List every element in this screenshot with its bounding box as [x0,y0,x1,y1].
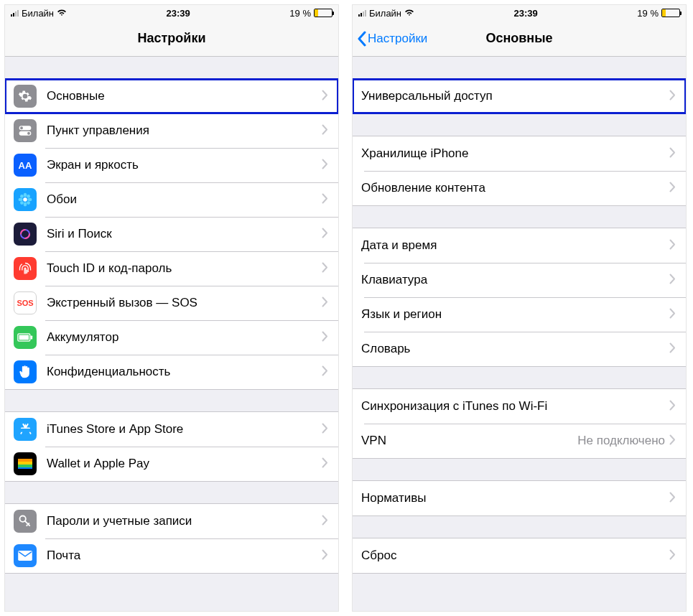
cell-battery[interactable]: Аккумулятор [5,320,338,355]
carrier-name: Билайн [22,8,54,19]
cell-sos[interactable]: SOS Экстренный вызов — SOS [5,286,338,320]
cell-reset[interactable]: Сброс [353,538,686,573]
cell-datetime[interactable]: Дата и время [353,228,686,263]
passwords-icon [14,510,37,533]
cell-label: Touch ID и код-пароль [47,261,322,276]
page-title: Настройки [138,31,206,46]
cell-label: iTunes Store и App Store [47,422,322,437]
svg-point-7 [19,198,23,201]
svg-point-6 [24,202,27,206]
display-icon: AA [14,154,37,177]
svg-point-4 [23,197,27,202]
cell-accessibility[interactable]: Универсальный доступ [353,79,686,113]
cell-label: Конфиденциальность [47,365,322,379]
cell-wallpaper[interactable]: Обои [5,182,338,217]
cell-privacy[interactable]: Конфиденциальность [5,355,338,389]
cell-label: Siri и Поиск [47,227,322,241]
cell-label: Словарь [361,342,669,356]
chevron-right-icon [669,182,676,195]
cell-storage[interactable]: Хранилище iPhone [353,136,686,171]
battery-icon [314,9,332,17]
cell-dictionary[interactable]: Словарь [353,332,686,366]
signal-icon [358,9,366,17]
chevron-right-icon [669,549,676,563]
chevron-right-icon [322,365,328,379]
chevron-right-icon [322,228,328,241]
siri-icon [14,223,37,246]
nav-bar: Настройки Основные [353,21,686,57]
cell-general[interactable]: Основные [5,79,338,113]
cell-detail: Не подключено [577,434,665,448]
cell-itunessync[interactable]: Синхронизация с iTunes по Wi-Fi [353,389,686,424]
chevron-right-icon [322,262,328,276]
cell-keyboard[interactable]: Клавиатура [353,263,686,297]
general-group: Универсальный доступ [353,78,686,114]
cell-wallet[interactable]: Wallet и Apple Pay [5,447,338,481]
settings-list[interactable]: Основные Пункт управления AA Экран и ярк… [5,57,338,611]
general-group: Хранилище iPhone Обновление контента [353,136,686,206]
chevron-right-icon [322,457,328,471]
battery-percentage: 19 % [637,8,659,19]
chevron-right-icon [669,274,676,287]
cell-label: Пункт управления [47,123,322,138]
back-button[interactable]: Настройки [357,31,427,47]
general-group: Дата и время Клавиатура Язык и регион Сл… [353,228,686,367]
cell-itunes[interactable]: iTunes Store и App Store [5,412,338,447]
battery-icon [14,326,37,349]
status-time: 23:39 [514,8,538,19]
general-group: Нормативы [353,480,686,516]
cell-label: Язык и регион [361,307,669,322]
wallet-icon [14,452,37,475]
svg-point-9 [20,195,24,198]
cell-display[interactable]: AA Экран и яркость [5,148,338,182]
cell-vpn[interactable]: VPN Не подключено [353,424,686,458]
cell-control[interactable]: Пункт управления [5,113,338,148]
cell-regulatory[interactable]: Нормативы [353,481,686,515]
cell-label: Нормативы [361,491,669,505]
cell-label: Wallet и Apple Pay [47,457,322,471]
status-bar: Билайн 23:39 19 % [353,5,686,21]
screen-settings-root: Билайн 23:39 19 % Настройки Основные Пун… [4,4,339,612]
cell-mail[interactable]: Почта [5,538,338,573]
privacy-icon [14,360,37,383]
chevron-right-icon [322,297,328,310]
wallpaper-icon [14,188,37,211]
settings-group: Основные Пункт управления AA Экран и ярк… [5,78,338,390]
general-icon [14,85,37,108]
cell-label: Универсальный доступ [361,89,669,103]
screen-general: Билайн 23:39 19 % Настройки Основные Уни… [352,4,687,612]
cell-label: Почта [47,549,322,563]
cell-siri[interactable]: Siri и Поиск [5,217,338,251]
cell-label: Экран и яркость [47,158,322,172]
svg-point-3 [27,132,30,135]
cell-langregion[interactable]: Язык и регион [353,297,686,332]
chevron-right-icon [322,423,328,437]
status-bar: Билайн 23:39 19 % [5,5,338,21]
nav-bar: Настройки [5,21,338,57]
chevron-right-icon [669,342,676,356]
svg-point-11 [20,201,24,205]
svg-point-10 [27,195,30,198]
cell-refresh[interactable]: Обновление контента [353,171,686,205]
cell-label: Сброс [361,549,669,563]
general-list[interactable]: Универсальный доступ Хранилище iPhone Об… [353,57,686,611]
cell-label: Клавиатура [361,273,669,287]
svg-point-1 [20,126,23,129]
svg-rect-22 [18,465,32,467]
svg-rect-18 [19,335,29,340]
chevron-right-icon [669,239,676,253]
control-icon [14,119,37,142]
chevron-right-icon [669,492,676,505]
chevron-right-icon [669,308,676,322]
cell-label: Обои [47,192,322,207]
general-group: Сброс [353,538,686,574]
svg-point-5 [24,193,27,197]
cell-touchid[interactable]: Touch ID и код-пароль [5,251,338,286]
cell-passwords[interactable]: Пароли и учетные записи [5,504,338,538]
chevron-right-icon [669,90,676,103]
back-label: Настройки [368,32,427,46]
cell-label: VPN [361,434,577,448]
chevron-right-icon [322,90,328,103]
cell-label: Синхронизация с iTunes по Wi-Fi [361,399,669,414]
svg-rect-20 [18,459,32,462]
